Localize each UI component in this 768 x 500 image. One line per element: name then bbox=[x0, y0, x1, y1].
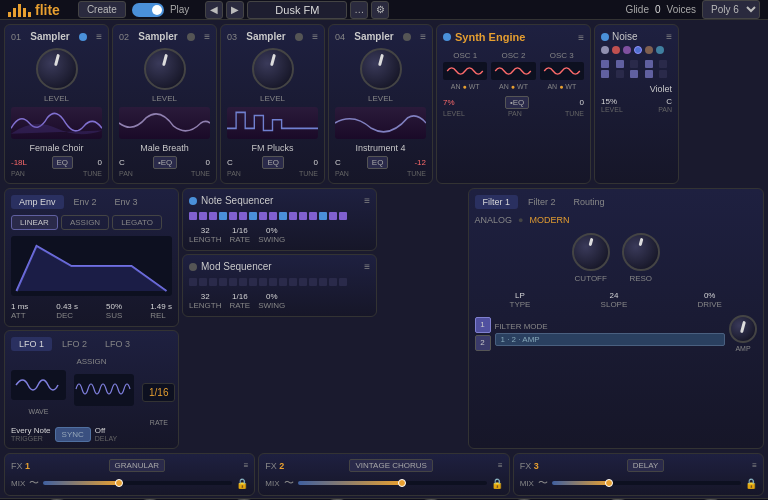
channel-4-eq-button[interactable]: EQ bbox=[367, 156, 389, 169]
channel-2-level-knob[interactable] bbox=[144, 48, 186, 90]
fx-1-slider[interactable] bbox=[43, 481, 232, 485]
mod-step-14[interactable] bbox=[319, 278, 327, 286]
voices-select[interactable]: Poly 6 Poly 8 Mono bbox=[702, 0, 760, 19]
mod-step-16[interactable] bbox=[339, 278, 347, 286]
note-step-9[interactable] bbox=[269, 212, 277, 220]
filter-num-2-button[interactable]: 2 bbox=[475, 335, 491, 351]
fx-1-menu-icon[interactable]: ≡ bbox=[244, 461, 249, 470]
filter-mode-row: ANALOG ● MODERN bbox=[475, 215, 758, 225]
mod-step-15[interactable] bbox=[329, 278, 337, 286]
tab-routing[interactable]: Routing bbox=[566, 195, 613, 209]
mod-step-7[interactable] bbox=[249, 278, 257, 286]
patch-menu-button[interactable]: … bbox=[350, 1, 368, 19]
tab-env-3[interactable]: Env 3 bbox=[107, 195, 146, 209]
color-dot-2[interactable] bbox=[612, 46, 620, 54]
color-dot-5[interactable] bbox=[645, 46, 653, 54]
mod-step-5[interactable] bbox=[229, 278, 237, 286]
reso-knob[interactable] bbox=[622, 233, 660, 271]
prev-button[interactable]: ◀ bbox=[205, 1, 223, 19]
mod-step-13[interactable] bbox=[309, 278, 317, 286]
note-step-4[interactable] bbox=[219, 212, 227, 220]
noise-menu-icon[interactable]: ≡ bbox=[666, 31, 672, 42]
channel-4-level-knob[interactable] bbox=[360, 48, 402, 90]
mod-step-8[interactable] bbox=[259, 278, 267, 286]
filter-mode-analog[interactable]: ANALOG bbox=[475, 215, 513, 225]
mod-step-11[interactable] bbox=[289, 278, 297, 286]
channel-3-level-knob[interactable] bbox=[252, 48, 294, 90]
settings-button[interactable]: ⚙ bbox=[371, 1, 389, 19]
fx-2-name: VINTAGE CHORUS bbox=[349, 459, 432, 472]
fx-2-menu-icon[interactable]: ≡ bbox=[498, 461, 503, 470]
tab-filter-2[interactable]: Filter 2 bbox=[520, 195, 564, 209]
filter-num-1-button[interactable]: 1 bbox=[475, 317, 491, 333]
patch-name[interactable]: Dusk FM bbox=[247, 1, 347, 19]
oscillators-row: OSC 1 AN ● WT OSC 2 bbox=[443, 51, 584, 90]
synth-eq-button[interactable]: •EQ bbox=[505, 96, 529, 109]
note-step-11[interactable] bbox=[289, 212, 297, 220]
channel-3-eq-button[interactable]: EQ bbox=[262, 156, 284, 169]
mod-step-1[interactable] bbox=[189, 278, 197, 286]
channel-2-menu-icon[interactable]: ≡ bbox=[204, 31, 210, 42]
channel-1-level-knob[interactable] bbox=[36, 48, 78, 90]
note-step-1[interactable] bbox=[189, 212, 197, 220]
fx-3-slider[interactable] bbox=[552, 481, 741, 485]
note-step-10[interactable] bbox=[279, 212, 287, 220]
mod-step-6[interactable] bbox=[239, 278, 247, 286]
mod-seq-menu-icon[interactable]: ≡ bbox=[364, 261, 370, 272]
note-step-16[interactable] bbox=[339, 212, 347, 220]
cutoff-knob[interactable] bbox=[572, 233, 610, 271]
color-dot-3[interactable] bbox=[623, 46, 631, 54]
fx-3-slider-fill bbox=[552, 481, 609, 485]
tab-lfo-3[interactable]: LFO 3 bbox=[97, 337, 138, 351]
note-step-7[interactable] bbox=[249, 212, 257, 220]
create-button[interactable]: Create bbox=[78, 1, 126, 18]
subtab-legato[interactable]: LEGATO bbox=[112, 215, 162, 230]
note-step-15[interactable] bbox=[329, 212, 337, 220]
note-step-5[interactable] bbox=[229, 212, 237, 220]
channel-4-tune-label: TUNE bbox=[407, 170, 426, 177]
note-step-6[interactable] bbox=[239, 212, 247, 220]
next-button[interactable]: ▶ bbox=[226, 1, 244, 19]
note-seq-swing: 0% SWING bbox=[258, 226, 285, 244]
mod-step-10[interactable] bbox=[279, 278, 287, 286]
channel-4-params: C EQ -12 bbox=[335, 156, 426, 169]
mod-step-3[interactable] bbox=[209, 278, 217, 286]
channel-4-menu-icon[interactable]: ≡ bbox=[420, 31, 426, 42]
note-step-2[interactable] bbox=[199, 212, 207, 220]
channel-3-menu-icon[interactable]: ≡ bbox=[312, 31, 318, 42]
note-step-13[interactable] bbox=[309, 212, 317, 220]
mod-step-4[interactable] bbox=[219, 278, 227, 286]
play-toggle[interactable] bbox=[132, 3, 164, 17]
color-dot-4[interactable] bbox=[634, 46, 642, 54]
filter-amp-knob[interactable] bbox=[729, 315, 757, 343]
note-step-12[interactable] bbox=[299, 212, 307, 220]
note-step-8[interactable] bbox=[259, 212, 267, 220]
note-step-3[interactable] bbox=[209, 212, 217, 220]
tab-lfo-1[interactable]: LFO 1 bbox=[11, 337, 52, 351]
subtab-assign[interactable]: ASSIGN bbox=[61, 215, 109, 230]
lfo-sync-button[interactable]: SYNC bbox=[55, 427, 91, 442]
mod-step-12[interactable] bbox=[299, 278, 307, 286]
subtab-linear[interactable]: LINEAR bbox=[11, 215, 58, 230]
note-seq-menu-icon[interactable]: ≡ bbox=[364, 195, 370, 206]
fx-3-menu-icon[interactable]: ≡ bbox=[752, 461, 757, 470]
channel-1-eq-button[interactable]: EQ bbox=[52, 156, 74, 169]
tab-filter-1[interactable]: Filter 1 bbox=[475, 195, 519, 209]
tab-lfo-2[interactable]: LFO 2 bbox=[54, 337, 95, 351]
color-dot-6[interactable] bbox=[656, 46, 664, 54]
channel-1-active-indicator bbox=[79, 33, 87, 41]
filter-drive-group: 0% DRIVE bbox=[697, 291, 721, 309]
logo-bar-4 bbox=[23, 8, 26, 17]
synth-engine-menu-icon[interactable]: ≡ bbox=[578, 32, 584, 43]
fx-2-slider[interactable] bbox=[298, 481, 487, 485]
mod-step-2[interactable] bbox=[199, 278, 207, 286]
tab-env-2[interactable]: Env 2 bbox=[66, 195, 105, 209]
note-step-14[interactable] bbox=[319, 212, 327, 220]
tab-amp-env[interactable]: Amp Env bbox=[11, 195, 64, 209]
fx-1-slider-handle bbox=[115, 479, 123, 487]
mod-step-9[interactable] bbox=[269, 278, 277, 286]
color-dot-1[interactable] bbox=[601, 46, 609, 54]
channel-2-eq-button[interactable]: •EQ bbox=[153, 156, 177, 169]
filter-mode-modern[interactable]: MODERN bbox=[529, 215, 569, 225]
channel-1-menu-icon[interactable]: ≡ bbox=[96, 31, 102, 42]
